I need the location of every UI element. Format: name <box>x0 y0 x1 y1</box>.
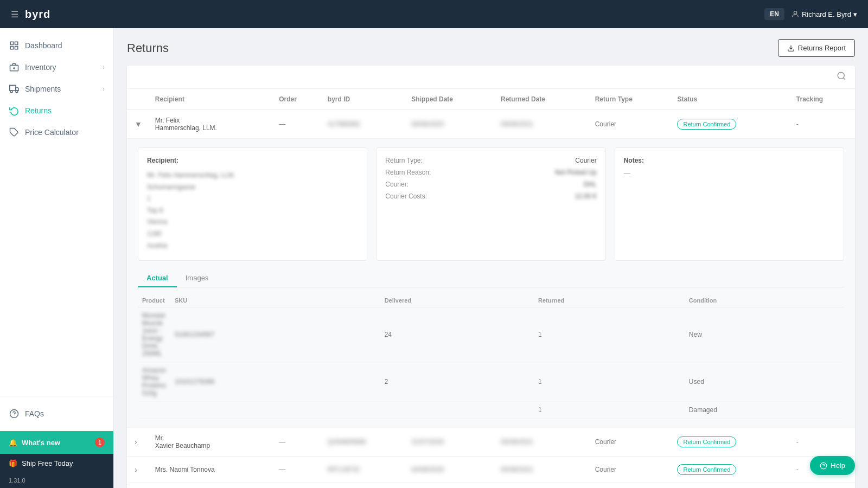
product-sku: 51001234567 <box>170 307 380 362</box>
tab-images[interactable]: Images <box>177 269 218 287</box>
svg-point-16 <box>838 72 844 79</box>
col-return-type: Return Type <box>590 89 672 110</box>
sidebar-bottom: FAQs <box>0 396 113 431</box>
products-col-delivered: Delivered <box>380 294 534 307</box>
sidebar-item-returns[interactable]: Returns <box>0 100 113 121</box>
detail-recipient-label: Recipient: <box>147 157 358 164</box>
product-delivered <box>380 402 534 419</box>
main-content: Returns Returns Report Recipient Order <box>114 28 868 488</box>
product-returned: 1 <box>534 362 685 402</box>
bell-icon: 🔔 <box>9 439 17 447</box>
field-return-reason: Return Reason: Not Picked Up <box>385 169 596 176</box>
expand-button[interactable]: › <box>132 435 139 448</box>
grid-icon <box>9 40 20 51</box>
products-col-condition: Condition <box>685 294 844 307</box>
expand-button[interactable]: › <box>132 463 139 476</box>
cell-return-type: Courier <box>590 110 672 139</box>
cell-tracking: - <box>791 483 855 488</box>
col-recipient: Recipient <box>150 89 273 110</box>
col-byrd-id: byrd ID <box>322 89 406 110</box>
svg-point-10 <box>10 91 12 93</box>
status-badge: Return Confirmed <box>677 436 736 447</box>
returns-table: Recipient Order byrd ID Shipped Date Ret… <box>127 89 855 488</box>
app-logo: byrd <box>25 8 50 21</box>
status-badge: Return Confirmed <box>677 119 736 130</box>
whats-new-button[interactable]: 🔔 What's new 1 <box>0 431 113 454</box>
cell-recipient: Mrs. Naomi Tonnova <box>150 457 273 483</box>
language-selector[interactable]: EN <box>764 8 784 20</box>
search-icon[interactable] <box>837 71 846 83</box>
nav-right: EN Richard E. Byrd ▾ <box>764 8 857 20</box>
field-return-type: Return Type: Courier <box>385 157 596 164</box>
product-row: Monster Muscle Juice - Energy Drink, 250… <box>138 307 844 362</box>
cell-status: Return Confirmed <box>672 457 790 483</box>
sidebar-item-faqs[interactable]: FAQs <box>0 403 113 425</box>
nav-left: ☰ byrd <box>11 8 50 21</box>
detail-notes-label: Notes: <box>624 157 835 164</box>
detail-notes-value: — <box>624 170 835 177</box>
product-returned: 1 <box>534 307 685 362</box>
product-row: Amazon Whey Proteins 510g 10101278396 2 … <box>138 362 844 402</box>
user-menu[interactable]: Richard E. Byrd ▾ <box>791 10 857 18</box>
help-button[interactable]: Help <box>810 456 855 475</box>
svg-rect-3 <box>10 47 13 49</box>
page-header: Returns Returns Report <box>127 39 855 57</box>
tag-icon <box>9 127 20 138</box>
cell-tracking: - <box>791 110 855 139</box>
expand-button[interactable]: ▼ <box>132 118 144 131</box>
main-layout: Dashboard Inventory › Shipments › <box>0 0 868 488</box>
table-row: › Mr. Bjorn — BC000123 10/07/2020 27/08/… <box>127 483 855 488</box>
cell-status: Return Confirmed <box>672 483 790 488</box>
search-bar <box>127 66 855 89</box>
col-shipped-date: Shipped Date <box>406 89 495 110</box>
products-col-returned: Returned <box>534 294 685 307</box>
cell-order: — <box>273 110 322 139</box>
sidebar-item-dashboard[interactable]: Dashboard <box>0 35 113 56</box>
detail-grid: Recipient: Mr. Felix Hammerschlag, LLM. … <box>138 147 844 261</box>
svg-point-11 <box>16 91 18 93</box>
sidebar-label-shipments: Shipments <box>25 85 61 93</box>
top-navigation: ☰ byrd EN Richard E. Byrd ▾ <box>0 0 868 28</box>
svg-marker-9 <box>16 87 18 91</box>
sidebar-label-dashboard: Dashboard <box>25 41 62 50</box>
cell-shipped-date: 10/07/2020 <box>406 483 495 488</box>
col-returned-date: Returned Date <box>495 89 590 110</box>
products-table: Product SKU Delivered Returned Condition <box>138 294 844 419</box>
cell-shipped-date: 04/08/2020 <box>406 457 495 483</box>
cell-shipped-date: 09/08/2020 <box>406 110 495 139</box>
cell-recipient: Mr.Xavier Beauchamp <box>150 428 273 457</box>
returns-report-button[interactable]: Returns Report <box>778 39 855 57</box>
table-row: › Mrs. Naomi Tonnova — RFC10F33 04/08/20… <box>127 457 855 483</box>
cell-returned-date: 27/08/2021 <box>495 483 590 488</box>
products-col-sku: SKU <box>170 294 380 307</box>
sidebar-item-inventory[interactable]: Inventory › <box>0 56 113 78</box>
tab-actual[interactable]: Actual <box>138 269 177 287</box>
user-icon <box>791 10 800 18</box>
version-label: 1.31.0 <box>0 473 113 488</box>
cell-tracking: - <box>791 428 855 457</box>
product-condition: Damaged <box>685 402 844 419</box>
svg-point-0 <box>794 11 796 14</box>
sidebar-item-shipments[interactable]: Shipments › <box>0 78 113 100</box>
box-icon <box>9 62 20 73</box>
sidebar-nav: Dashboard Inventory › Shipments › <box>0 28 113 396</box>
ship-free-button[interactable]: 🎁 Ship Free Today <box>0 454 113 473</box>
product-sku: 10101278396 <box>170 362 380 402</box>
page-title: Returns <box>127 41 169 55</box>
col-order: Order <box>273 89 322 110</box>
sidebar-item-price-calculator[interactable]: Price Calculator <box>0 121 113 143</box>
col-expand <box>127 89 150 110</box>
product-row: 1 Damaged <box>138 402 844 419</box>
cell-return-type: Courier <box>590 483 672 488</box>
cell-byrd-id: RFC10F33 <box>322 457 406 483</box>
menu-icon[interactable]: ☰ <box>11 9 18 20</box>
truck-icon <box>9 84 20 94</box>
cell-recipient: Mr. FelixHammerschlag, LLM. <box>150 110 273 139</box>
gift-icon: 🎁 <box>9 459 17 467</box>
whats-new-label: What's new <box>22 439 60 447</box>
sidebar-label-returns: Returns <box>25 106 52 115</box>
ship-free-label: Ship Free Today <box>22 459 73 467</box>
sidebar-label-price-calculator: Price Calculator <box>25 128 79 137</box>
cell-status: Return Confirmed <box>672 428 790 457</box>
field-courier: Courier: DHL <box>385 181 596 188</box>
